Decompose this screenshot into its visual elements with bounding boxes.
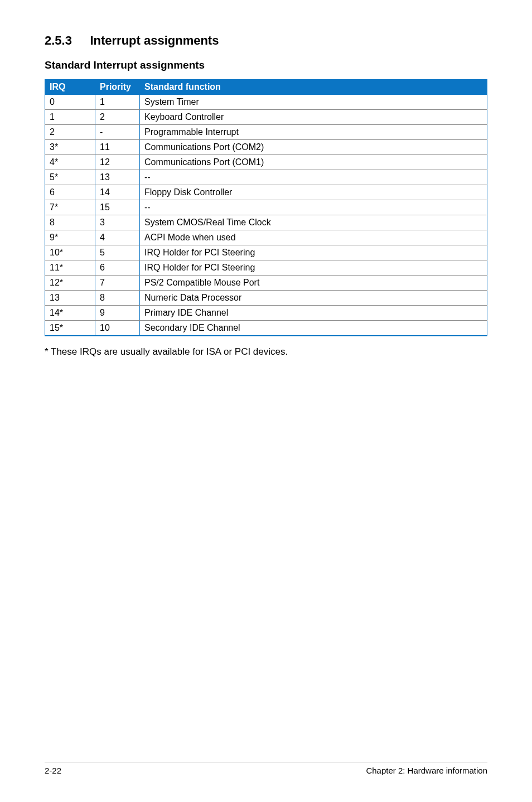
cell-func: Primary IDE Channel: [140, 306, 487, 321]
section-number: 2.5.3: [45, 33, 72, 48]
cell-priority: 8: [95, 291, 140, 306]
page-footer: 2-22 Chapter 2: Hardware information: [45, 762, 487, 775]
table-row: 83System CMOS/Real Time Clock: [45, 215, 487, 230]
footnote-text: * These IRQs are usually available for I…: [45, 346, 487, 357]
cell-func: IRQ Holder for PCI Steering: [140, 245, 487, 260]
cell-irq: 1: [45, 110, 95, 125]
cell-priority: 14: [95, 185, 140, 200]
cell-priority: 4: [95, 230, 140, 245]
cell-func: Programmable Interrupt: [140, 125, 487, 140]
cell-irq: 13: [45, 291, 95, 306]
table-row: 3*11Communications Port (COM2): [45, 140, 487, 155]
cell-priority: 11: [95, 140, 140, 155]
table-row: 4*12Communications Port (COM1): [45, 155, 487, 170]
cell-priority: 6: [95, 260, 140, 276]
table-row: 10*5IRQ Holder for PCI Steering: [45, 245, 487, 260]
cell-priority: -: [95, 125, 140, 140]
cell-irq: 11*: [45, 260, 95, 276]
table-row: 138Numeric Data Processor: [45, 291, 487, 306]
table-row: 614Floppy Disk Controller: [45, 185, 487, 200]
table-row: 2-Programmable Interrupt: [45, 125, 487, 140]
cell-irq: 3*: [45, 140, 95, 155]
cell-irq: 0: [45, 95, 95, 110]
interrupt-table: IRQ Priority Standard function 01System …: [45, 79, 487, 336]
cell-priority: 9: [95, 306, 140, 321]
header-irq: IRQ: [45, 80, 95, 95]
table-header-row: IRQ Priority Standard function: [45, 80, 487, 95]
cell-priority: 1: [95, 95, 140, 110]
table-row: 11*6IRQ Holder for PCI Steering: [45, 260, 487, 276]
cell-irq: 2: [45, 125, 95, 140]
cell-priority: 13: [95, 170, 140, 185]
cell-priority: 12: [95, 155, 140, 170]
cell-func: PS/2 Compatible Mouse Port: [140, 276, 487, 291]
cell-irq: 7*: [45, 200, 95, 215]
cell-func: Keyboard Controller: [140, 110, 487, 125]
table-row: 12*7PS/2 Compatible Mouse Port: [45, 276, 487, 291]
table-row: 15*10Secondary IDE Channel: [45, 321, 487, 336]
cell-priority: 7: [95, 276, 140, 291]
table-row: 5*13--: [45, 170, 487, 185]
cell-irq: 9*: [45, 230, 95, 245]
cell-func: System Timer: [140, 95, 487, 110]
cell-priority: 5: [95, 245, 140, 260]
section-heading: 2.5.3 Interrupt assignments: [45, 33, 487, 48]
table-row: 7*15--: [45, 200, 487, 215]
table-subheading: Standard Interrupt assignments: [45, 59, 487, 71]
cell-irq: 14*: [45, 306, 95, 321]
cell-func: Secondary IDE Channel: [140, 321, 487, 336]
cell-func: ACPI Mode when used: [140, 230, 487, 245]
cell-func: Floppy Disk Controller: [140, 185, 487, 200]
table-row: 14*9Primary IDE Channel: [45, 306, 487, 321]
cell-priority: 2: [95, 110, 140, 125]
cell-func: Numeric Data Processor: [140, 291, 487, 306]
cell-func: --: [140, 200, 487, 215]
cell-func: System CMOS/Real Time Clock: [140, 215, 487, 230]
table-row: 01System Timer: [45, 95, 487, 110]
cell-func: Communications Port (COM1): [140, 155, 487, 170]
cell-irq: 12*: [45, 276, 95, 291]
header-priority: Priority: [95, 80, 140, 95]
table-row: 9*4ACPI Mode when used: [45, 230, 487, 245]
cell-irq: 4*: [45, 155, 95, 170]
cell-func: Communications Port (COM2): [140, 140, 487, 155]
cell-irq: 6: [45, 185, 95, 200]
cell-irq: 8: [45, 215, 95, 230]
cell-func: --: [140, 170, 487, 185]
cell-priority: 15: [95, 200, 140, 215]
cell-irq: 5*: [45, 170, 95, 185]
header-function: Standard function: [140, 80, 487, 95]
table-row: 12Keyboard Controller: [45, 110, 487, 125]
section-title: Interrupt assignments: [90, 33, 219, 48]
footer-chapter: Chapter 2: Hardware information: [366, 766, 487, 775]
cell-priority: 3: [95, 215, 140, 230]
footer-page-number: 2-22: [45, 766, 61, 775]
cell-irq: 10*: [45, 245, 95, 260]
cell-priority: 10: [95, 321, 140, 336]
cell-irq: 15*: [45, 321, 95, 336]
cell-func: IRQ Holder for PCI Steering: [140, 260, 487, 276]
